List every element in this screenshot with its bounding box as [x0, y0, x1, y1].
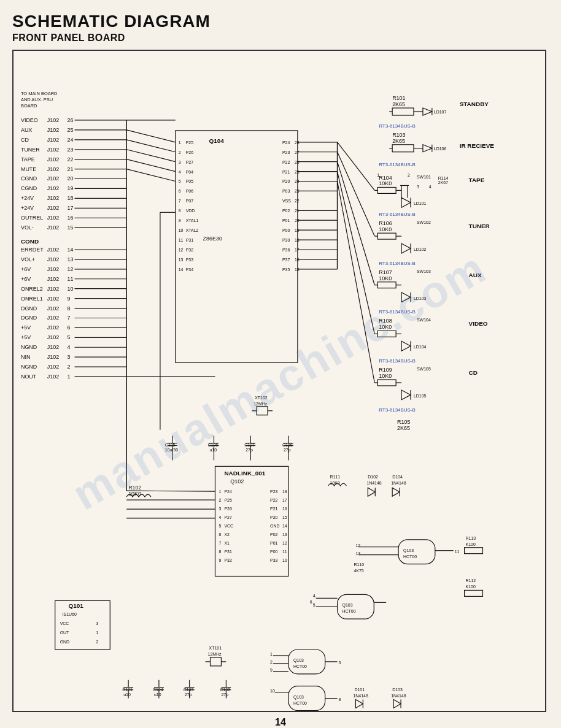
svg-text:D103: D103: [392, 687, 403, 691]
svg-text:P24: P24: [224, 489, 232, 494]
svg-text:XTAL1: XTAL1: [186, 218, 199, 223]
svg-text:Q101: Q101: [69, 602, 84, 609]
svg-text:1N4148: 1N4148: [391, 693, 406, 697]
svg-text:D104: D104: [392, 475, 403, 479]
svg-text:13: 13: [179, 258, 184, 262]
svg-text:J102: J102: [47, 127, 59, 133]
svg-text:AND AUX. PSU: AND AUX. PSU: [21, 97, 53, 102]
svg-text:5: 5: [179, 179, 181, 183]
svg-text:MUTE: MUTE: [21, 166, 36, 172]
svg-text:J102: J102: [47, 117, 59, 123]
svg-text:RT3-6134BUS-B: RT3-6134BUS-B: [379, 309, 416, 315]
svg-text:RT3-6134BUS-B: RT3-6134BUS-B: [379, 161, 416, 167]
svg-text:13: 13: [282, 532, 287, 537]
svg-text:15: 15: [282, 515, 287, 519]
svg-text:10K0: 10K0: [379, 373, 392, 379]
svg-text:R103: R103: [392, 132, 405, 138]
schematic-svg: text { font-family: Arial, Helvetica, sa…: [14, 51, 545, 711]
svg-text:J102: J102: [47, 205, 59, 211]
svg-text:CD: CD: [21, 137, 29, 143]
svg-text:2K65: 2K65: [397, 424, 410, 431]
svg-text:J102: J102: [47, 295, 59, 301]
svg-text:11: 11: [68, 276, 74, 282]
svg-marker-436: [393, 699, 401, 708]
svg-text:GND: GND: [270, 524, 279, 528]
svg-text:AUX: AUX: [21, 127, 32, 133]
svg-text:ONREL2: ONREL2: [21, 285, 43, 291]
svg-line-443: [126, 169, 176, 181]
svg-text:P36: P36: [282, 248, 290, 252]
svg-text:7: 7: [179, 199, 181, 203]
svg-text:16: 16: [68, 215, 74, 221]
svg-text:X1: X1: [224, 541, 230, 545]
svg-text:SW102: SW102: [417, 220, 431, 224]
svg-text:9: 9: [68, 295, 71, 301]
svg-text:10K0: 10K0: [379, 226, 392, 232]
svg-text:P30: P30: [282, 238, 290, 242]
svg-rect-397: [465, 548, 483, 554]
svg-text:TO MAIN BOARD: TO MAIN BOARD: [21, 91, 58, 96]
svg-text:XT101: XT101: [209, 646, 222, 650]
svg-text:DGND: DGND: [21, 305, 37, 311]
svg-text:SW105: SW105: [417, 367, 431, 371]
page: SCHEMATIC DIAGRAM FRONT PANEL BOARD manu…: [0, 0, 561, 728]
svg-text:11: 11: [282, 550, 287, 554]
svg-text:LD106: LD106: [434, 147, 447, 151]
svg-text:J102: J102: [47, 266, 59, 272]
svg-marker-197: [423, 145, 432, 152]
svg-text:R101: R101: [392, 95, 405, 101]
svg-text:OUTREL: OUTREL: [21, 215, 43, 221]
svg-text:P35: P35: [282, 267, 290, 272]
svg-text:3: 3: [417, 185, 419, 189]
svg-text:Q104: Q104: [209, 137, 225, 144]
svg-text:6: 6: [179, 189, 181, 193]
svg-text:HCT00: HCT00: [293, 700, 307, 705]
svg-text:IR RECIEVE: IR RECIEVE: [460, 142, 495, 149]
svg-marker-250: [401, 341, 411, 351]
svg-text:1: 1: [377, 172, 379, 177]
svg-text:27p: 27p: [284, 448, 291, 453]
svg-text:P27: P27: [224, 515, 232, 519]
svg-text:TAPE: TAPE: [21, 156, 35, 162]
svg-rect-246: [377, 331, 396, 337]
svg-text:9: 9: [179, 218, 181, 223]
svg-text:RT3-6134BUS-B: RT3-6134BUS-B: [379, 261, 416, 266]
svg-text:P20: P20: [282, 179, 290, 183]
svg-text:u10: u10: [123, 692, 131, 696]
svg-text:P20: P20: [270, 515, 278, 519]
svg-text:K100: K100: [466, 584, 476, 589]
svg-text:COND: COND: [21, 238, 39, 245]
svg-text:P25: P25: [224, 498, 232, 502]
svg-text:R112: R112: [466, 578, 476, 583]
svg-text:14: 14: [68, 247, 74, 253]
svg-text:P02: P02: [282, 209, 290, 213]
svg-text:P01: P01: [270, 541, 278, 545]
svg-text:10: 10: [270, 688, 275, 692]
svg-text:RT3-6134BUS-B: RT3-6134BUS-B: [379, 358, 416, 364]
svg-text:+5V: +5V: [21, 334, 31, 340]
svg-text:1N4148: 1N4148: [353, 693, 368, 697]
svg-text:R108: R108: [379, 318, 392, 324]
svg-text:D102: D102: [368, 475, 378, 479]
svg-text:TUNER: TUNER: [469, 223, 490, 229]
svg-text:P33: P33: [186, 258, 194, 262]
svg-text:10u/50: 10u/50: [165, 448, 178, 452]
svg-text:2: 2: [179, 150, 181, 155]
svg-text:27p: 27p: [246, 448, 253, 453]
svg-text:6: 6: [219, 532, 221, 537]
svg-text:8: 8: [219, 550, 221, 554]
svg-text:19: 19: [68, 185, 74, 191]
svg-text:LD101: LD101: [414, 201, 427, 205]
svg-text:+24V: +24V: [21, 195, 34, 201]
svg-text:HCT00: HCT00: [342, 609, 356, 613]
svg-text:ERRDET: ERRDET: [21, 247, 44, 253]
svg-text:9: 9: [219, 557, 221, 562]
svg-text:3: 3: [339, 661, 341, 665]
svg-text:1: 1: [68, 374, 71, 380]
svg-text:J102: J102: [47, 147, 59, 153]
svg-text:Q102: Q102: [230, 478, 244, 485]
svg-text:5: 5: [219, 524, 221, 528]
svg-text:2: 2: [270, 660, 273, 664]
svg-text:17: 17: [282, 498, 287, 502]
svg-text:5: 5: [68, 334, 71, 340]
